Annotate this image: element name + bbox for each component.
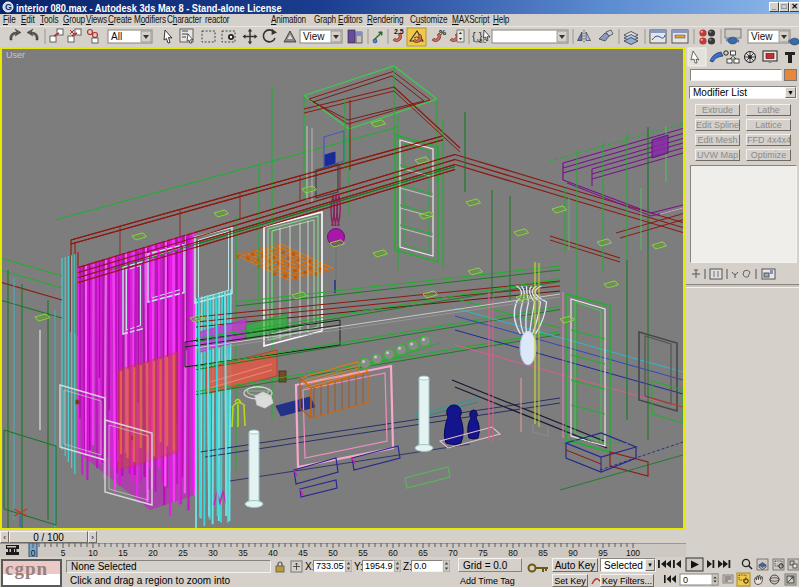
svg-text:2.5: 2.5 bbox=[394, 28, 404, 35]
svg-text:10: 10 bbox=[88, 548, 98, 558]
svg-text:%: % bbox=[439, 28, 446, 37]
svg-text:75: 75 bbox=[478, 548, 488, 558]
svg-text:45: 45 bbox=[298, 548, 308, 558]
svg-text:20: 20 bbox=[148, 548, 158, 558]
svg-text:40: 40 bbox=[268, 548, 278, 558]
svg-text:View: View bbox=[751, 31, 773, 42]
svg-text:15: 15 bbox=[118, 548, 128, 558]
svg-text:30: 30 bbox=[208, 548, 218, 558]
svg-text:60: 60 bbox=[388, 548, 398, 558]
svg-text:G: G bbox=[5, 2, 12, 12]
svg-text:80: 80 bbox=[508, 548, 518, 558]
svg-text:85: 85 bbox=[538, 548, 548, 558]
svg-text:65: 65 bbox=[418, 548, 428, 558]
svg-text:ABC: ABC bbox=[476, 38, 487, 44]
svg-text:View: View bbox=[303, 31, 325, 42]
svg-text:0: 0 bbox=[31, 548, 36, 558]
svg-text:55: 55 bbox=[358, 548, 368, 558]
svg-text:0: 0 bbox=[683, 575, 688, 585]
svg-text:50: 50 bbox=[328, 548, 338, 558]
svg-text:All: All bbox=[111, 31, 122, 42]
svg-text:70: 70 bbox=[448, 548, 458, 558]
svg-text:90: 90 bbox=[568, 548, 578, 558]
svg-text:95: 95 bbox=[598, 548, 608, 558]
svg-text:35: 35 bbox=[238, 548, 248, 558]
svg-text:100: 100 bbox=[626, 548, 640, 558]
svg-text:5: 5 bbox=[61, 548, 66, 558]
svg-text:25: 25 bbox=[178, 548, 188, 558]
